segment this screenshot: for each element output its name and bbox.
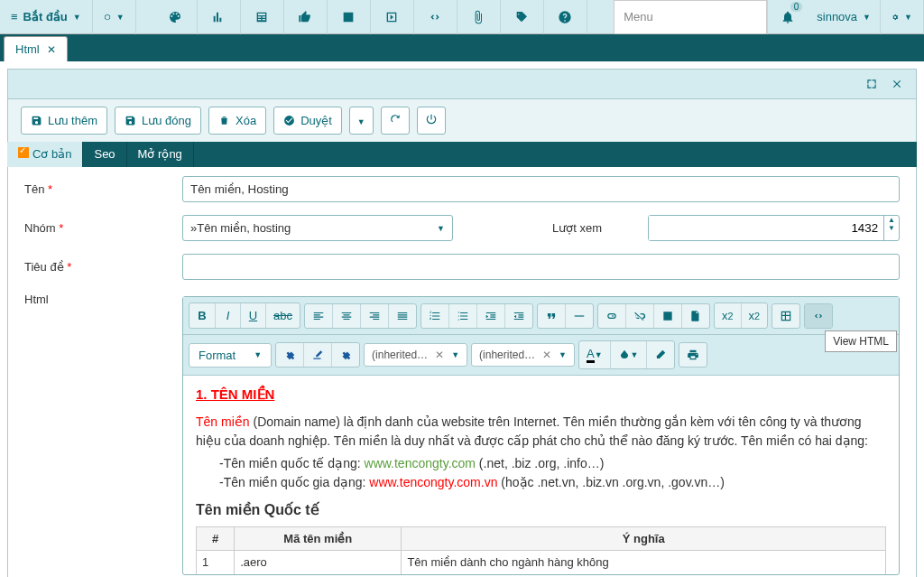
superscript-button[interactable]: x2 bbox=[741, 303, 768, 328]
views-input[interactable] bbox=[649, 216, 883, 240]
cube-icon[interactable]: ▼ bbox=[93, 0, 136, 34]
subscript-button[interactable]: x2 bbox=[715, 303, 741, 328]
link-button[interactable] bbox=[598, 304, 625, 328]
approve-button[interactable]: Duyệt bbox=[273, 107, 342, 135]
font-family-select[interactable]: (inherited…✕▼ bbox=[364, 343, 467, 367]
align-left-button[interactable] bbox=[305, 304, 332, 328]
underline-button[interactable]: U bbox=[240, 303, 265, 328]
start-menu-button[interactable]: ≡Bắt đầu▼ bbox=[0, 0, 93, 34]
text-color-button[interactable]: A ▼ bbox=[579, 341, 610, 368]
strike-button[interactable]: abc bbox=[265, 303, 300, 328]
tag-icon[interactable] bbox=[501, 0, 544, 34]
save-close-button[interactable]: Lưu đóng bbox=[115, 107, 201, 135]
content-list-item: -Tên miền quốc gia dạng: www.tencongty.c… bbox=[219, 473, 886, 492]
spin-down[interactable]: ▼ bbox=[884, 224, 899, 232]
content-subheading: Tên miền Quốc tế bbox=[196, 499, 886, 521]
editor-content[interactable]: 1. TÊN MIỀN Tên miền (Domain name) là đị… bbox=[183, 376, 899, 574]
copy-format-button[interactable] bbox=[303, 343, 331, 367]
list-bullet-button[interactable] bbox=[448, 304, 476, 328]
close-panel-icon[interactable] bbox=[891, 78, 903, 90]
notifications-button[interactable]: 0 bbox=[767, 0, 808, 34]
align-center-button[interactable] bbox=[332, 304, 360, 328]
indent-button[interactable] bbox=[476, 304, 504, 328]
content-heading: 1. TÊN MIỀN bbox=[196, 385, 886, 405]
align-justify-button[interactable] bbox=[388, 304, 416, 328]
format-select[interactable]: Format▼ bbox=[189, 343, 272, 368]
views-label: Lượt xem bbox=[552, 221, 602, 235]
paste-format-button[interactable] bbox=[331, 343, 359, 367]
align-right-button[interactable] bbox=[360, 304, 388, 328]
tab-html[interactable]: Html✕ bbox=[4, 36, 68, 61]
html-label: Html bbox=[24, 293, 182, 306]
spin-up[interactable]: ▲ bbox=[884, 216, 899, 224]
content-list-item: -Tên miền quốc tế dạng: www.tencongty.co… bbox=[219, 454, 886, 473]
name-label: Tên * bbox=[24, 182, 182, 196]
notification-badge: 0 bbox=[790, 2, 803, 12]
title-label: Tiêu đề * bbox=[24, 260, 182, 274]
unlink-button[interactable] bbox=[625, 304, 653, 328]
list-ordered-button[interactable] bbox=[421, 304, 448, 328]
name-input[interactable] bbox=[182, 176, 900, 202]
group-label: Nhóm * bbox=[24, 221, 182, 235]
table-button[interactable] bbox=[772, 304, 799, 328]
hr-button[interactable] bbox=[565, 304, 593, 328]
clear-format-button[interactable] bbox=[276, 343, 303, 367]
chart-icon[interactable] bbox=[198, 0, 241, 34]
video-icon[interactable] bbox=[371, 0, 414, 34]
eraser-button[interactable] bbox=[646, 341, 674, 368]
user-menu[interactable]: sinnova▼ bbox=[808, 0, 881, 34]
image-icon[interactable] bbox=[328, 0, 371, 34]
insert-image-button[interactable] bbox=[653, 304, 681, 328]
maximize-icon[interactable] bbox=[865, 78, 878, 90]
outdent-button[interactable] bbox=[504, 304, 532, 328]
view-html-button[interactable] bbox=[805, 304, 832, 328]
content-paragraph: Tên miền (Domain name) là định danh của … bbox=[196, 413, 886, 451]
bold-button[interactable]: B bbox=[189, 303, 215, 328]
code-icon[interactable] bbox=[414, 0, 457, 34]
title-input[interactable] bbox=[182, 254, 900, 280]
refresh-button[interactable] bbox=[381, 107, 410, 135]
palette-icon[interactable] bbox=[154, 0, 198, 34]
save-add-button[interactable]: Lưu thêm bbox=[21, 107, 107, 135]
quote-button[interactable] bbox=[538, 304, 565, 328]
settings-icon[interactable]: ▼ bbox=[881, 0, 924, 34]
print-button[interactable] bbox=[679, 343, 707, 367]
attachment-icon[interactable] bbox=[457, 0, 501, 34]
power-button[interactable] bbox=[417, 107, 446, 135]
subtab-basic[interactable]: Cơ bản bbox=[7, 142, 83, 167]
thumbs-up-icon[interactable] bbox=[284, 0, 328, 34]
italic-button[interactable]: I bbox=[215, 303, 240, 328]
domain-table: #Mã tên miềnÝ nghĩa 1.aeroTên miền dành … bbox=[196, 526, 886, 575]
bg-color-button[interactable]: ▼ bbox=[610, 341, 646, 368]
tooltip-view-html: View HTML bbox=[825, 330, 897, 352]
subtab-extend[interactable]: Mở rộng bbox=[127, 142, 194, 167]
font-size-select[interactable]: (inherited…✕▼ bbox=[471, 343, 575, 367]
group-select[interactable]: »Tên miền, hosting▼ bbox=[182, 215, 453, 241]
help-icon[interactable] bbox=[544, 0, 587, 34]
approve-dropdown[interactable]: ▼ bbox=[349, 107, 374, 135]
news-icon[interactable] bbox=[241, 0, 284, 34]
menu-search[interactable]: Menu bbox=[614, 0, 767, 34]
close-tab-icon[interactable]: ✕ bbox=[47, 43, 56, 56]
subtab-seo[interactable]: Seo bbox=[83, 142, 126, 167]
table-row: 1.aeroTên miền dành cho ngành hàng không bbox=[197, 551, 886, 575]
insert-file-button[interactable] bbox=[681, 304, 709, 328]
delete-button[interactable]: Xóa bbox=[208, 107, 266, 135]
